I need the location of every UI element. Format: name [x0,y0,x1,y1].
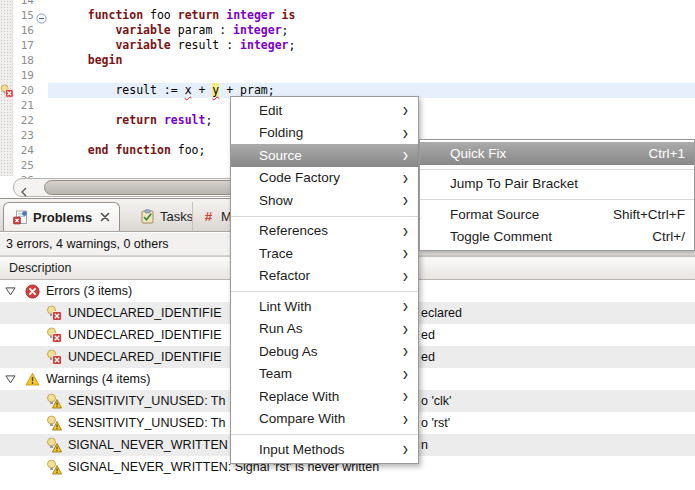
menu-item-source[interactable]: Source› [231,144,418,167]
menu-item-toggle-comment[interactable]: Toggle CommentCtrl+/ [420,226,694,249]
menu-item-debug-as[interactable]: Debug As› [231,340,418,363]
menu-item-label: Jump To Pair Bracket [450,176,578,191]
menu-separator [231,212,418,220]
tab-tasks-label: Tasks [160,209,193,224]
submenu-arrow-icon: › [403,100,408,120]
hash-icon: # [201,209,216,224]
menu-item-jump-to-pair-bracket[interactable]: Jump To Pair Bracket [420,173,694,196]
code-token: ; [282,23,289,37]
code-line-17[interactable]: variable result : integer; [48,38,695,53]
quickfix-warning-icon [46,437,62,453]
menu-item-lint-with[interactable]: Lint With› [231,295,418,318]
line-number-15: 15 [21,8,34,23]
problem-description: SENSITIVITY_UNUSED: Th [68,394,225,408]
problems-view-icon [13,210,28,225]
menu-item-show[interactable]: Show› [231,189,418,212]
menu-item-label: Team [259,366,292,381]
type-token: integer [226,8,274,22]
tab-tasks[interactable]: Tasks [132,202,201,231]
menu-item-quick-fix[interactable]: Quick FixCtrl+1 [420,142,694,165]
menu-item-label: Show [259,193,293,208]
marker-bar[interactable] [0,0,13,176]
tab-problems[interactable]: Problems [3,202,120,231]
quickfix-error-marker-icon[interactable] [0,84,14,98]
menu-item-label: Refactor [259,268,310,283]
line-number-21: 21 [21,98,34,113]
menu-item-references[interactable]: References› [231,220,418,243]
menu-item-label: Edit [259,103,282,118]
quickfix-warning-icon [46,459,62,475]
menu-item-label: Input Methods [259,442,345,457]
keyword-token: variable [115,38,170,52]
menu-item-folding[interactable]: Folding› [231,122,418,145]
keyword-token: begin [88,53,123,67]
problem-description: UNDECLARED_IDENTIFIE [68,350,222,364]
submenu-arrow-icon: › [403,341,408,361]
expander-open-icon[interactable] [5,375,16,384]
menu-item-format-source[interactable]: Format SourceShift+Ctrl+F [420,203,694,226]
column-header-label: Description [9,261,72,275]
tab-close-icon[interactable] [99,212,110,223]
menu-shortcut: Shift+Ctrl+F [613,207,685,222]
keyword-token: is [282,8,296,22]
submenu-arrow-icon: › [403,190,408,210]
quickfix-warning-icon [46,393,62,409]
code-token [275,8,282,22]
code-token: param : [171,23,233,37]
menu-item-label: Trace [259,246,293,261]
line-number-25: 25 [21,158,34,173]
problem-description: SENSITIVITY_UNUSED: Th [68,416,225,430]
menu-item-team[interactable]: Team› [231,363,418,386]
code-token [60,53,88,67]
problem-description-tail: o 'rst' [421,412,450,434]
problem-description: UNDECLARED_IDENTIFIE [68,328,222,342]
menu-separator [231,430,418,438]
code-token [60,23,115,37]
code-line-15[interactable]: function foo return integer is [48,8,695,23]
menu-item-edit[interactable]: Edit› [231,99,418,122]
code-token: foo; [171,143,206,157]
line-number-gutter: 14151617181920212223242526 [13,0,35,176]
code-token: result : [171,38,240,52]
context-menu: Edit›Folding›Source›Code Factory›Show›Re… [230,96,419,464]
menu-item-label: Format Source [450,207,539,222]
submenu-arrow-icon: › [403,296,408,316]
code-line-16[interactable]: variable param : integer; [48,23,695,38]
menu-item-label: Code Factory [259,170,340,185]
menu-separator [231,287,418,295]
group-label: Warnings (4 items) [46,372,150,386]
menu-item-replace-with[interactable]: Replace With› [231,385,418,408]
menu-item-input-methods[interactable]: Input Methods› [231,438,418,461]
expander-open-icon[interactable] [5,287,16,296]
app-window: 14151617181920212223242526 function foo … [0,0,695,490]
code-token [60,143,88,157]
submenu-arrow-icon: › [403,386,408,406]
menu-item-code-factory[interactable]: Code Factory› [231,167,418,190]
code-token [60,8,88,22]
menu-item-label: Toggle Comment [450,229,552,244]
line-number-20: 20 [21,83,34,98]
code-token: + [219,83,240,97]
fold-collapse-icon[interactable] [36,10,47,28]
menu-item-trace[interactable]: Trace› [231,242,418,265]
submenu-arrow-icon: › [403,266,408,286]
code-line-14[interactable] [48,0,695,8]
source-submenu: Quick FixCtrl+1Jump To Pair BracketForma… [419,139,695,251]
menu-item-run-as[interactable]: Run As› [231,318,418,341]
problem-description-tail: ed [421,324,435,346]
code-token: foo [143,8,178,22]
code-token: ; [289,38,296,52]
keyword-token: end [88,143,109,157]
scroll-left-icon[interactable] [20,183,28,193]
menu-item-label: Folding [259,125,303,140]
keyword-token: return [178,8,220,22]
submenu-arrow-icon: › [403,123,408,143]
menu-item-compare-with[interactable]: Compare With› [231,408,418,431]
keyword-token: return [115,113,157,127]
code-line-18[interactable]: begin [48,53,695,68]
menu-item-refactor[interactable]: Refactor› [231,265,418,288]
code-token: result := [60,83,185,97]
fold-column [36,0,48,176]
code-line-19[interactable] [48,68,695,83]
problem-description: UNDECLARED_IDENTIFIE [68,306,222,320]
